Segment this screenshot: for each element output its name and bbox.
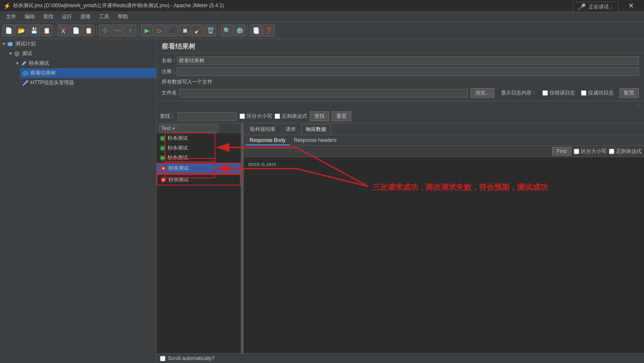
file-row: 文件名 浏览... 显示日志内容： 仅错误日志 仅成功日志 配置 xyxy=(162,87,639,99)
comment-row: 注释： xyxy=(162,66,639,77)
regex-label: 正则表达式 xyxy=(282,113,307,120)
detail-tabs: 取样器结果 请求 响应数据 xyxy=(244,123,644,135)
tb-save[interactable]: 💾 xyxy=(28,25,40,36)
tb-list[interactable]: 📑 xyxy=(250,25,262,36)
only-error-checkbox[interactable]: 仅错误日志 xyxy=(542,89,575,97)
sub-tab-response-body[interactable]: Response Body xyxy=(245,136,290,145)
only-error-check[interactable] xyxy=(542,90,548,96)
result-item-4[interactable]: ✕ 秒杀测试 xyxy=(157,163,241,174)
speaking-label: 正在讲话： xyxy=(589,3,614,11)
browse-button[interactable]: 浏览... xyxy=(471,88,494,98)
case-sensitive-check-detail[interactable] xyxy=(574,149,579,154)
scroll-auto-check[interactable] xyxy=(160,356,165,361)
svg-text:✓: ✓ xyxy=(161,137,164,141)
tab-response-data[interactable]: 响应数据 xyxy=(301,124,331,135)
reset-button[interactable]: 重置 xyxy=(332,111,351,121)
tb-help[interactable]: ❓ xyxy=(263,25,275,36)
tab-request[interactable]: 请求 xyxy=(281,124,300,135)
tb-stop-all[interactable]: ⏹ xyxy=(179,25,191,36)
success-shield-icon-2: ✓ xyxy=(159,145,166,152)
response-text: stock is zero xyxy=(245,159,642,352)
case-sensitive-detail[interactable]: 区分大小写 xyxy=(574,148,606,155)
tb-remove[interactable]: ➖ xyxy=(112,25,124,36)
result-item-5[interactable]: ✕ 秒杀测试 xyxy=(157,174,241,186)
tb-search[interactable]: 🔍 xyxy=(221,25,233,36)
sidebar-item-test[interactable]: ▼ 测试 xyxy=(7,49,156,58)
menu-options[interactable]: 选项 xyxy=(76,12,95,21)
sidebar-item-view-results[interactable]: 察看结果树 xyxy=(20,68,156,78)
result-item-3[interactable]: ✓ 秒杀测试 xyxy=(157,153,241,163)
sub-tab-response-headers[interactable]: Response headers xyxy=(290,136,341,145)
tb-copy[interactable]: 📄 xyxy=(70,25,82,36)
toolbar: 📄 📂 💾 📋 ✂️ 📄 📋 ➕ ➖ ↑ ▶ ▷ ⬛ ⏹ 🧹 🗑️ 🔍 ⚙️ 📑… xyxy=(0,22,644,39)
regex-check-detail[interactable] xyxy=(609,149,614,154)
result-item-4-label: 秒杀测试 xyxy=(168,165,189,172)
toolbar-separator-3 xyxy=(138,25,139,36)
result-item-3-label: 秒杀测试 xyxy=(168,154,188,161)
format-dropdown[interactable]: Text ▼ xyxy=(159,125,218,132)
gear-icon xyxy=(14,50,20,57)
menu-help[interactable]: 帮助 xyxy=(113,12,132,21)
configure-button[interactable]: 配置 xyxy=(619,88,639,98)
app-icon: ⚡ xyxy=(3,3,11,9)
expand-arrow-seckill: ▼ xyxy=(15,61,19,66)
only-success-checkbox[interactable]: 仅成功日志 xyxy=(581,89,614,97)
tb-saveas[interactable]: 📋 xyxy=(41,25,52,36)
result-item-1[interactable]: ✓ 秒杀测试 xyxy=(157,133,241,143)
only-error-label: 仅错误日志 xyxy=(550,89,575,97)
menu-file[interactable]: 文件 xyxy=(2,12,20,21)
tb-run[interactable]: ▶ xyxy=(141,25,153,36)
case-sensitive-checkbox[interactable]: 区分大小写 xyxy=(239,113,272,120)
find-button[interactable]: 查找 xyxy=(310,111,329,121)
svg-text:✕: ✕ xyxy=(162,178,165,182)
find-button-detail[interactable]: Find xyxy=(552,147,571,155)
case-sensitive-check[interactable] xyxy=(239,114,245,119)
only-success-label: 仅成功日志 xyxy=(588,89,614,97)
success-shield-icon-3: ✓ xyxy=(159,155,166,161)
result-item-2[interactable]: ✓ 秒杀测试 xyxy=(157,143,241,153)
menu-tools[interactable]: 工具 xyxy=(95,12,113,21)
speaking-badge: 🎤 正在讲话： xyxy=(573,2,619,12)
sidebar-item-seckill[interactable]: ▼ 秒杀测试 xyxy=(14,58,156,68)
sidebar-item-http-manager[interactable]: HTTP信息头管理器 xyxy=(20,78,156,88)
tb-open[interactable]: 📂 xyxy=(15,25,27,36)
sidebar: ▼ JM 测试计划 ▼ 测试 ▼ 秒杀测试 xyxy=(0,39,157,363)
main-layout: ▼ JM 测试计划 ▼ 测试 ▼ 秒杀测试 xyxy=(0,39,644,363)
tb-paste[interactable]: 📋 xyxy=(83,25,94,36)
menu-run[interactable]: 运行 xyxy=(58,12,76,21)
svg-text:✓: ✓ xyxy=(161,147,164,150)
tb-cut[interactable]: ✂️ xyxy=(57,25,69,36)
name-input[interactable] xyxy=(177,56,639,65)
sidebar-item-plan[interactable]: ▼ JM 测试计划 xyxy=(0,39,156,49)
svg-point-9 xyxy=(26,80,28,82)
menu-find[interactable]: 查找 xyxy=(39,12,58,21)
list-panel-toolbar: Text ▼ xyxy=(157,123,241,133)
fail-shield-icon-5: ✕ xyxy=(160,177,167,183)
find-bar: Find 区分大小写 正则表达式 xyxy=(244,146,644,157)
title-bar-left: ⚡ 秒杀测试.jmx (D:\000wjb\work_ymsd\公开课\Redi… xyxy=(3,2,224,9)
tb-new[interactable]: 📄 xyxy=(3,25,14,36)
tb-clear[interactable]: 🧹 xyxy=(192,25,204,36)
tab-sampler-result[interactable]: 取样器结果 xyxy=(245,124,280,135)
comment-label: 注释： xyxy=(162,68,177,75)
menu-edit[interactable]: 编辑 xyxy=(20,12,39,21)
tb-stop[interactable]: ⬛ xyxy=(166,25,178,36)
file-input[interactable] xyxy=(179,89,468,97)
tb-add[interactable]: ➕ xyxy=(99,25,111,36)
tb-move-up[interactable]: ↑ xyxy=(124,25,136,36)
only-success-check[interactable] xyxy=(581,90,586,96)
sidebar-item-view-results-label: 察看结果树 xyxy=(30,69,56,77)
comment-input[interactable] xyxy=(177,67,639,76)
regex-checkbox[interactable]: 正则表达式 xyxy=(275,113,307,120)
tb-settings[interactable]: ⚙️ xyxy=(234,25,245,36)
regex-check[interactable] xyxy=(275,114,280,119)
format-dropdown-value: Text xyxy=(161,125,171,131)
regex-detail[interactable]: 正则表达式 xyxy=(609,148,641,155)
svg-marker-4 xyxy=(22,61,26,66)
toolbar-separator-5 xyxy=(248,25,248,36)
tb-start-no-pause[interactable]: ▷ xyxy=(154,25,165,36)
close-button[interactable]: ✕ xyxy=(621,0,641,12)
tb-clear-all[interactable]: 🗑️ xyxy=(204,25,216,36)
search-input[interactable] xyxy=(178,112,237,121)
sidebar-item-test-label: 测试 xyxy=(22,50,32,57)
